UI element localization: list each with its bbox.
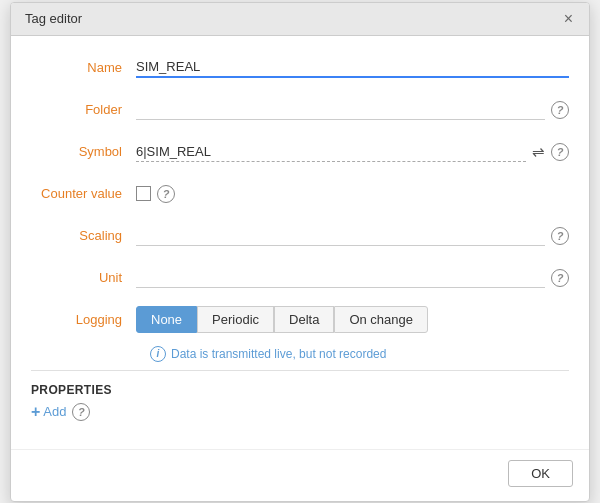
tag-editor-dialog: Tag editor × Name Folder ? Symbol ⇌ ? [10,2,590,502]
name-label: Name [31,60,136,75]
dialog-body: Name Folder ? Symbol ⇌ ? Counter value [11,36,589,439]
counter-field: ? [136,185,569,203]
folder-label: Folder [31,102,136,117]
add-label: Add [43,404,66,419]
unit-help-icon[interactable]: ? [551,269,569,287]
properties-title: PROPERTIES [31,383,569,397]
folder-help-icon[interactable]: ? [551,101,569,119]
symbol-input[interactable] [136,142,526,162]
folder-input[interactable] [136,100,545,120]
dialog-header: Tag editor × [11,3,589,36]
logging-none-button[interactable]: None [136,306,197,333]
symbol-label: Symbol [31,144,136,159]
logging-onchange-button[interactable]: On change [334,306,428,333]
symbol-row: Symbol ⇌ ? [31,136,569,168]
symbol-field: ⇌ ? [136,142,569,162]
plus-icon: + [31,404,40,420]
counter-help-icon[interactable]: ? [157,185,175,203]
info-icon: i [150,346,166,362]
logging-row: Logging None Periodic Delta On change [31,304,569,336]
counter-row: Counter value ? [31,178,569,210]
folder-row: Folder ? [31,94,569,126]
logging-field: None Periodic Delta On change [136,306,569,333]
name-field [136,57,569,78]
dialog-footer: OK [11,449,589,501]
logging-delta-button[interactable]: Delta [274,306,334,333]
counter-checkbox[interactable] [136,186,151,201]
info-text: Data is transmitted live, but not record… [171,347,386,361]
unit-row: Unit ? [31,262,569,294]
add-row: + Add ? [31,403,569,421]
scaling-field: ? [136,226,569,246]
scaling-label: Scaling [31,228,136,243]
unit-field: ? [136,268,569,288]
name-input[interactable] [136,57,569,78]
close-button[interactable]: × [562,11,575,27]
swap-icon[interactable]: ⇌ [532,143,545,161]
folder-field: ? [136,100,569,120]
add-button[interactable]: + Add [31,404,66,420]
divider [31,370,569,371]
logging-periodic-button[interactable]: Periodic [197,306,274,333]
add-help-icon[interactable]: ? [72,403,90,421]
unit-label: Unit [31,270,136,285]
logging-label: Logging [31,312,136,327]
name-row: Name [31,52,569,84]
logging-buttons: None Periodic Delta On change [136,306,428,333]
info-row: i Data is transmitted live, but not reco… [31,346,569,362]
unit-input[interactable] [136,268,545,288]
scaling-input[interactable] [136,226,545,246]
dialog-title: Tag editor [25,11,82,26]
symbol-help-icon[interactable]: ? [551,143,569,161]
scaling-row: Scaling ? [31,220,569,252]
ok-button[interactable]: OK [508,460,573,487]
counter-label: Counter value [31,186,136,201]
scaling-help-icon[interactable]: ? [551,227,569,245]
